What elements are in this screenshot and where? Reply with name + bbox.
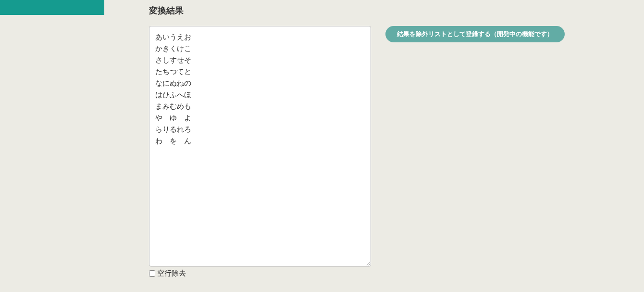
result-heading: 変換結果	[149, 5, 567, 16]
right-column: 結果を除外リストとして登録する（開発中の機能です）	[385, 26, 565, 42]
remove-blank-lines-row[interactable]: 空行除去	[149, 269, 371, 278]
left-column: 空行除去	[149, 26, 371, 278]
top-accent-bar	[0, 0, 104, 15]
content-row: 空行除去 結果を除外リストとして登録する（開発中の機能です）	[149, 26, 567, 278]
remove-blank-lines-checkbox[interactable]	[149, 270, 155, 277]
main-container: 変換結果 空行除去 結果を除外リストとして登録する（開発中の機能です）	[149, 5, 567, 278]
remove-blank-lines-label: 空行除去	[157, 269, 186, 278]
register-exclusion-button[interactable]: 結果を除外リストとして登録する（開発中の機能です）	[385, 26, 565, 42]
result-textarea[interactable]	[149, 26, 371, 267]
